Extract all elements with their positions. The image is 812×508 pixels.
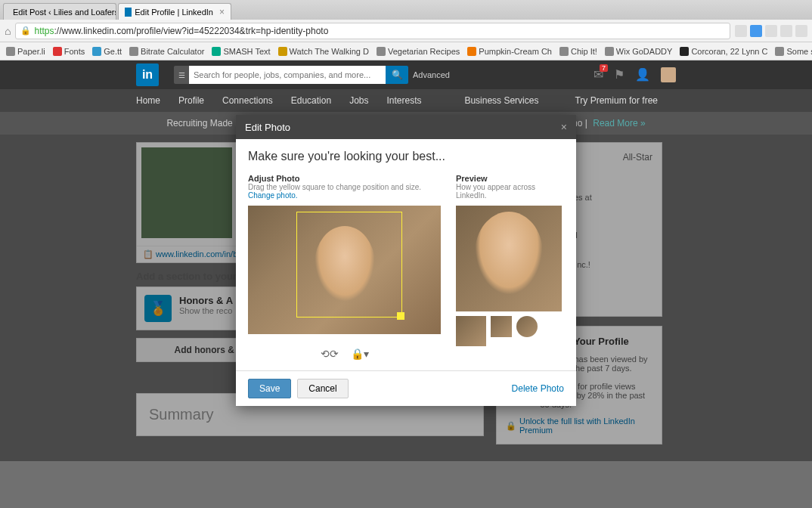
preview-large bbox=[456, 206, 562, 311]
nav-jobs[interactable]: Jobs bbox=[349, 95, 368, 106]
advanced-search-link[interactable]: Advanced bbox=[413, 70, 450, 79]
linkedin-header: in ☰ 🔍 Advanced ✉7 ⚑ 👤 bbox=[0, 60, 812, 89]
bookmark[interactable]: Paper.li bbox=[6, 47, 45, 56]
adjust-photo-canvas[interactable] bbox=[248, 206, 441, 334]
extension-icon[interactable] bbox=[735, 25, 747, 37]
preview-xsmall bbox=[491, 316, 512, 337]
modal-overlay: Edit Photo × Make sure you're looking yo… bbox=[0, 115, 812, 406]
bookmark[interactable]: Pumpkin-Cream Ch bbox=[467, 47, 552, 56]
avatar[interactable] bbox=[661, 67, 676, 82]
unlock-premium-link[interactable]: 🔒Unlock the full list with LinkedIn Prem… bbox=[506, 417, 652, 435]
nav-premium[interactable]: Try Premium for free bbox=[575, 95, 658, 106]
nav-home[interactable]: Home bbox=[136, 95, 160, 106]
nav-profile[interactable]: Profile bbox=[178, 95, 204, 106]
linkedin-logo[interactable]: in bbox=[136, 64, 159, 86]
nav-education[interactable]: Education bbox=[291, 95, 331, 106]
bookmark[interactable]: Chip It! bbox=[559, 47, 597, 56]
bookmark[interactable]: Vegetarian Recipes bbox=[377, 47, 460, 56]
extension-icon[interactable] bbox=[750, 25, 762, 37]
preview-small bbox=[456, 316, 486, 346]
change-photo-link[interactable]: Change photo. bbox=[248, 191, 298, 200]
preview-heading: Preview bbox=[456, 174, 562, 183]
home-icon[interactable]: ⌂ bbox=[5, 25, 11, 37]
cancel-button[interactable]: Cancel bbox=[297, 379, 348, 398]
nav-interests[interactable]: Interests bbox=[386, 95, 421, 106]
preview-round bbox=[516, 316, 538, 337]
add-contact-icon[interactable]: 👤 bbox=[635, 67, 650, 82]
extension-icon[interactable] bbox=[765, 25, 777, 37]
modal-title: Make sure you're looking your best... bbox=[248, 150, 564, 163]
mail-icon[interactable]: ✉7 bbox=[594, 67, 603, 82]
edit-photo-modal: Edit Photo × Make sure you're looking yo… bbox=[236, 115, 576, 406]
save-button[interactable]: Save bbox=[248, 379, 291, 398]
bookmark[interactable]: Wix GoDADDY bbox=[605, 47, 673, 56]
lock-icon: 🔒 bbox=[506, 421, 516, 431]
extension-icon[interactable] bbox=[780, 25, 792, 37]
search-input[interactable] bbox=[189, 66, 386, 84]
flag-icon[interactable]: ⚑ bbox=[614, 67, 624, 82]
adjust-photo-heading: Adjust Photo bbox=[248, 174, 441, 183]
main-nav: Home Profile Connections Education Jobs … bbox=[0, 89, 812, 112]
nav-business[interactable]: Business Services bbox=[464, 95, 538, 106]
bookmark[interactable]: SMASH Text bbox=[212, 47, 270, 56]
search-button[interactable]: 🔍 bbox=[386, 66, 408, 84]
bookmark[interactable]: Fonts bbox=[53, 47, 85, 56]
close-icon[interactable]: × bbox=[561, 121, 567, 133]
browser-tab-active[interactable]: Edit Profile | LinkedIn× bbox=[118, 3, 231, 20]
menu-icon[interactable] bbox=[795, 25, 807, 37]
bookmark[interactable]: Watch The Walking D bbox=[278, 47, 369, 56]
bookmark[interactable]: Ge.tt bbox=[92, 47, 122, 56]
search-category-dropdown[interactable]: ☰ bbox=[174, 66, 189, 84]
bookmark[interactable]: Corcoran, 22 Lynn C bbox=[680, 47, 767, 56]
lock-icon: 🔒 bbox=[20, 26, 31, 36]
crop-box[interactable] bbox=[296, 212, 402, 318]
privacy-dropdown[interactable]: 🔒▾ bbox=[351, 348, 369, 360]
url-bar[interactable]: 🔒 https://www.linkedin.com/profile/view?… bbox=[15, 23, 730, 39]
bookmark[interactable]: Some simple financ bbox=[775, 47, 812, 56]
browser-tab[interactable]: Edit Post ‹ Lilies and Loafers× bbox=[3, 3, 116, 20]
bookmark-bar: Paper.li Fonts Ge.tt Bitrate Calculator … bbox=[0, 42, 812, 60]
close-icon[interactable]: × bbox=[219, 7, 225, 17]
browser-tabs: Edit Post ‹ Lilies and Loafers× Edit Pro… bbox=[0, 0, 812, 20]
modal-header: Edit Photo × bbox=[236, 115, 576, 139]
delete-photo-link[interactable]: Delete Photo bbox=[512, 383, 564, 394]
nav-connections[interactable]: Connections bbox=[222, 95, 273, 106]
bookmark[interactable]: Bitrate Calculator bbox=[129, 47, 204, 56]
url-bar-row: ⌂ 🔒 https://www.linkedin.com/profile/vie… bbox=[0, 20, 812, 42]
rotate-icon[interactable]: ⟲⟳ bbox=[321, 348, 339, 360]
crop-resize-handle[interactable] bbox=[397, 312, 404, 320]
